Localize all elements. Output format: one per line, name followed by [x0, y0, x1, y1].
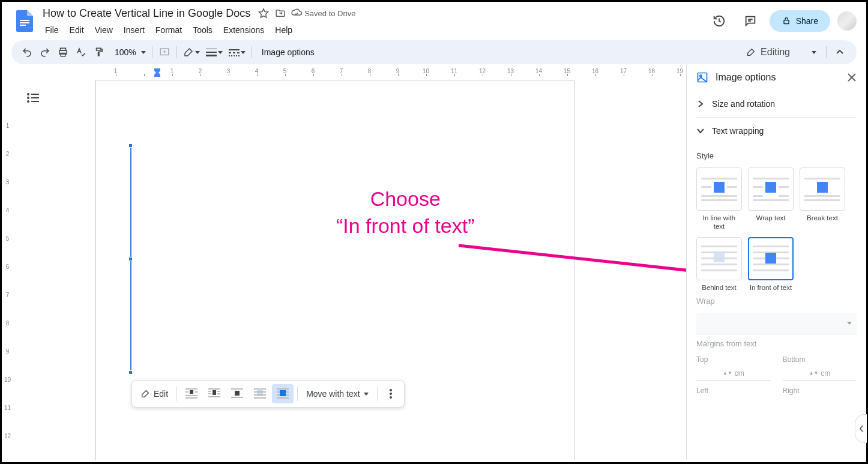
style-option-front[interactable]: In front of text [748, 237, 794, 292]
svg-rect-47 [277, 388, 289, 390]
svg-rect-10 [206, 55, 217, 56]
menu-insert[interactable]: Insert [119, 23, 149, 37]
menu-bar: FileEditViewInsertFormatToolsExtensionsH… [40, 23, 707, 37]
resize-handle-mid[interactable] [128, 257, 133, 261]
svg-rect-40 [235, 391, 240, 396]
resize-handle-top[interactable] [128, 143, 133, 148]
svg-rect-51 [280, 390, 286, 396]
wrap-text-button[interactable] [203, 384, 225, 403]
menu-file[interactable]: File [40, 23, 64, 37]
main-area: 112345678910111213141516171819 123456789… [2, 64, 866, 460]
svg-rect-36 [217, 391, 220, 392]
border-dash-button[interactable] [226, 44, 248, 61]
in-front-text-button[interactable] [272, 384, 294, 403]
svg-rect-8 [206, 49, 217, 49]
editing-mode-dropdown[interactable]: Editing [740, 44, 822, 61]
image-options-sidebar: Image options Size and rotation Text wra… [686, 64, 866, 460]
svg-rect-17 [234, 55, 235, 56]
menu-view[interactable]: View [90, 23, 118, 37]
document-title[interactable]: How to Create Vertical Line in Google Do… [40, 6, 253, 21]
svg-rect-43 [254, 388, 266, 390]
docs-logo[interactable] [14, 10, 35, 32]
more-options-button[interactable] [381, 384, 400, 403]
text-wrapping-section-toggle[interactable]: Text wrapping [696, 117, 857, 144]
vertical-ruler[interactable]: 12345678910111213 [4, 77, 14, 460]
resize-handle-bottom[interactable] [128, 370, 133, 375]
divider [826, 46, 827, 58]
comments-icon[interactable] [738, 9, 762, 33]
redo-button[interactable] [37, 44, 53, 61]
svg-rect-35 [212, 390, 216, 395]
undo-button[interactable] [19, 44, 35, 61]
svg-rect-13 [233, 52, 235, 53]
menu-format[interactable]: Format [151, 23, 187, 37]
header-left: How to Create Vertical Line in Google Do… [40, 5, 707, 37]
svg-rect-27 [185, 391, 188, 393]
move-mode-dropdown[interactable]: Move with text [301, 384, 373, 403]
tutorial-annotation: Choose “In front of text” [336, 185, 475, 240]
svg-rect-39 [231, 388, 243, 390]
menu-extensions[interactable]: Extensions [219, 23, 269, 37]
style-option-inline[interactable]: In line with text [696, 167, 742, 231]
sidebar-title: Image options [716, 72, 840, 83]
svg-rect-14 [237, 52, 240, 53]
zoom-dropdown[interactable]: 100% [109, 44, 148, 61]
chevron-right-icon [696, 100, 705, 108]
spellcheck-button[interactable] [73, 44, 89, 61]
close-icon[interactable] [847, 73, 857, 82]
divider [152, 46, 152, 58]
svg-rect-32 [208, 388, 220, 390]
image-options-button[interactable]: Image options [256, 44, 321, 61]
style-label: Style [696, 151, 857, 160]
star-icon[interactable] [258, 7, 270, 19]
menu-help[interactable]: Help [270, 23, 297, 37]
margin-top-label: Top [696, 355, 771, 364]
svg-rect-0 [20, 20, 29, 21]
menu-edit[interactable]: Edit [65, 23, 89, 37]
divider [176, 46, 177, 58]
svg-rect-12 [229, 52, 231, 53]
margins-label: Margins from text [696, 339, 857, 348]
document-canvas[interactable]: Edit Move with text [14, 77, 686, 460]
behind-text-button[interactable] [249, 384, 271, 403]
account-avatar[interactable] [837, 11, 857, 31]
wrap-inline-button[interactable] [181, 384, 202, 403]
style-option-break[interactable]: Break text [800, 167, 845, 231]
paint-format-button[interactable] [91, 44, 107, 61]
save-status[interactable]: Saved to Drive [291, 8, 355, 19]
svg-rect-2 [20, 25, 26, 26]
border-weight-button[interactable] [203, 44, 225, 61]
svg-point-53 [390, 393, 392, 395]
print-button[interactable] [55, 44, 71, 61]
svg-rect-31 [185, 397, 197, 399]
document-page[interactable]: Edit Move with text [95, 80, 574, 460]
add-comment-button[interactable] [156, 44, 173, 61]
border-color-button[interactable] [181, 44, 202, 61]
edit-image-button[interactable]: Edit [136, 384, 173, 403]
image-icon [696, 71, 708, 83]
menu-tools[interactable]: Tools [188, 23, 217, 37]
history-icon[interactable] [707, 9, 731, 33]
move-folder-icon[interactable] [274, 7, 286, 19]
style-option-wrap[interactable]: Wrap text [748, 167, 794, 231]
horizontal-ruler[interactable]: 112345678910111213141516171819 [31, 68, 686, 77]
break-text-button[interactable] [226, 384, 248, 403]
side-panel-toggle[interactable] [855, 414, 867, 443]
style-caption: Wrap text [756, 214, 786, 223]
svg-rect-25 [31, 101, 39, 102]
collapse-toolbar-button[interactable] [830, 43, 849, 62]
share-button[interactable]: Share [770, 10, 830, 32]
outline-toggle-button[interactable] [23, 88, 43, 107]
margin-left-label: Left [696, 387, 771, 395]
svg-rect-33 [208, 391, 211, 392]
svg-point-20 [27, 93, 29, 95]
svg-point-54 [390, 396, 392, 399]
wrap-select [696, 313, 857, 334]
indent-marker[interactable] [154, 68, 160, 77]
size-rotation-section-toggle[interactable]: Size and rotation [696, 91, 857, 117]
margin-bottom-label: Bottom [783, 355, 857, 364]
style-option-behind[interactable]: Behind text [696, 237, 742, 292]
style-caption: In front of text [750, 284, 792, 292]
svg-rect-38 [208, 396, 220, 397]
svg-rect-3 [784, 20, 789, 24]
